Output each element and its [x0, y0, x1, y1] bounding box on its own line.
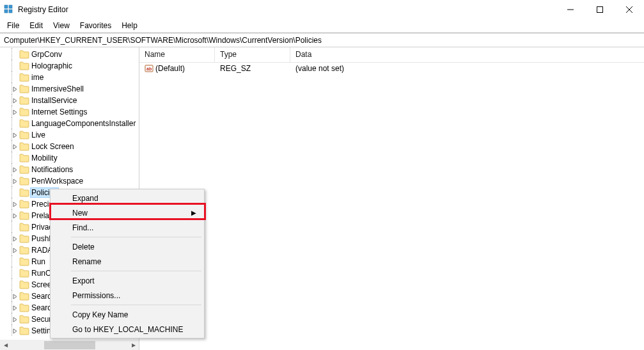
svg-rect-5 [597, 7, 603, 13]
menu-help[interactable]: Help [117, 20, 142, 31]
list-header: Name Type Data [139, 47, 644, 63]
tree-item-label: ime [31, 73, 43, 82]
folder-icon [19, 234, 29, 243]
svg-rect-2 [9, 5, 12, 8]
context-menu-item-label: Permissions... [72, 291, 120, 300]
column-header-name[interactable]: Name [139, 47, 215, 62]
tree-item-label: Holographic [31, 61, 72, 70]
expander-icon[interactable] [12, 97, 19, 104]
values-list-pane: Name Type Data ab (Default) REG_SZ (valu… [139, 47, 644, 350]
context-menu-item-export[interactable]: Export [52, 273, 203, 288]
tree-item-live[interactable]: Live [0, 129, 139, 141]
folder-icon [19, 165, 29, 174]
context-menu-item-go-to-hkey-local-machine[interactable]: Go to HKEY_LOCAL_MACHINE [52, 322, 203, 337]
menubar: File Edit View Favorites Help [0, 19, 644, 32]
expander-icon[interactable] [12, 86, 19, 93]
context-menu: ExpandNew▶Find...DeleteRenameExportPermi… [50, 189, 205, 338]
tree-item-label: InstallService [31, 96, 77, 105]
context-menu-item-rename[interactable]: Rename [52, 254, 203, 269]
tree-item-grpconv[interactable]: GrpConv [0, 49, 139, 60]
expander-icon[interactable] [12, 235, 19, 243]
expander-icon[interactable] [12, 247, 19, 254]
expander-icon[interactable] [12, 316, 19, 323]
string-value-icon: ab [145, 64, 153, 73]
close-button[interactable] [615, 0, 644, 19]
column-header-data[interactable]: Data [290, 47, 644, 62]
expander-icon [12, 155, 19, 162]
tree-item-internet-settings[interactable]: Internet Settings [0, 106, 139, 118]
context-menu-item-label: Find... [72, 223, 93, 232]
tree-item-holographic[interactable]: Holographic [0, 60, 139, 72]
folder-icon [19, 177, 29, 186]
tree-item-label: Live [31, 131, 45, 139]
list-row[interactable]: ab (Default) REG_SZ (value not set) [139, 63, 644, 74]
folder-icon [19, 84, 29, 93]
minimize-button[interactable] [556, 0, 585, 19]
expander-icon [12, 259, 19, 266]
tree-item-lock-screen[interactable]: Lock Screen [0, 141, 139, 152]
expander-icon [12, 63, 19, 70]
tree-item-label: Internet Settings [31, 107, 87, 116]
expander-icon[interactable] [12, 328, 19, 335]
tree-item-installservice[interactable]: InstallService [0, 95, 139, 106]
folder-icon [19, 303, 29, 312]
expander-icon[interactable] [12, 178, 19, 185]
scroll-right-button[interactable]: ▶ [128, 340, 139, 350]
menu-file[interactable]: File [3, 20, 24, 31]
expander-icon [12, 189, 19, 196]
expander-icon[interactable] [12, 132, 19, 139]
expander-icon[interactable] [12, 305, 19, 312]
context-menu-item-find[interactable]: Find... [52, 220, 203, 235]
context-menu-item-new[interactable]: New▶ [52, 205, 203, 220]
context-menu-item-copy-key-name[interactable]: Copy Key Name [52, 307, 203, 322]
folder-icon [19, 246, 29, 255]
expander-icon [12, 120, 19, 127]
tree-item-mobility[interactable]: Mobility [0, 152, 139, 164]
regedit-app-icon [4, 4, 14, 15]
tree-item-languagecomponentsinstaller[interactable]: LanguageComponentsInstaller [0, 118, 139, 129]
expander-icon[interactable] [12, 143, 19, 150]
address-bar[interactable]: Computer\HKEY_CURRENT_USER\SOFTWARE\Micr… [0, 33, 644, 47]
tree-item-immersiveshell[interactable]: ImmersiveShell [0, 83, 139, 95]
svg-rect-3 [9, 10, 12, 13]
folder-icon [19, 188, 29, 197]
context-menu-item-delete[interactable]: Delete [52, 239, 203, 254]
svg-rect-1 [4, 10, 8, 13]
tree-item-label: LanguageComponentsInstaller [31, 119, 136, 128]
context-menu-separator [71, 305, 201, 305]
context-menu-item-permissions[interactable]: Permissions... [52, 288, 203, 303]
scroll-left-button[interactable]: ◀ [0, 340, 11, 350]
scrollbar-thumb[interactable] [44, 341, 95, 349]
tree-item-penworkspace[interactable]: PenWorkspace [0, 175, 139, 187]
expander-icon[interactable] [12, 109, 19, 116]
value-name: (Default) [155, 64, 185, 73]
folder-icon [19, 50, 29, 59]
tree-item-label: ImmersiveShell [31, 84, 84, 93]
column-header-type[interactable]: Type [215, 47, 290, 62]
menu-view[interactable]: View [49, 20, 74, 31]
horizontal-scrollbar[interactable]: ◀ ▶ [0, 340, 139, 350]
maximize-button[interactable] [585, 0, 615, 19]
svg-text:ab: ab [146, 67, 152, 71]
tree-item-notifications[interactable]: Notifications [0, 164, 139, 175]
context-menu-item-expand[interactable]: Expand [52, 191, 203, 205]
folder-icon [19, 73, 29, 82]
expander-icon[interactable] [12, 166, 19, 173]
context-menu-separator [71, 237, 201, 237]
context-menu-item-label: New [72, 209, 88, 218]
folder-icon [19, 257, 29, 266]
expander-icon[interactable] [12, 293, 19, 300]
tree-item-ime[interactable]: ime [0, 72, 139, 83]
menu-favorites[interactable]: Favorites [75, 20, 116, 31]
window-title: Registry Editor [18, 5, 68, 14]
expander-icon[interactable] [12, 212, 19, 219]
expander-icon[interactable] [12, 201, 19, 208]
folder-icon [19, 326, 29, 335]
folder-icon [19, 200, 29, 209]
context-menu-item-label: Delete [72, 243, 95, 251]
folder-icon [19, 223, 29, 232]
tree-item-label: PenWorkspace [31, 177, 83, 186]
tree-item-label: Mobility [31, 154, 58, 163]
menu-edit[interactable]: Edit [25, 20, 47, 31]
scrollbar-track[interactable] [11, 340, 128, 350]
